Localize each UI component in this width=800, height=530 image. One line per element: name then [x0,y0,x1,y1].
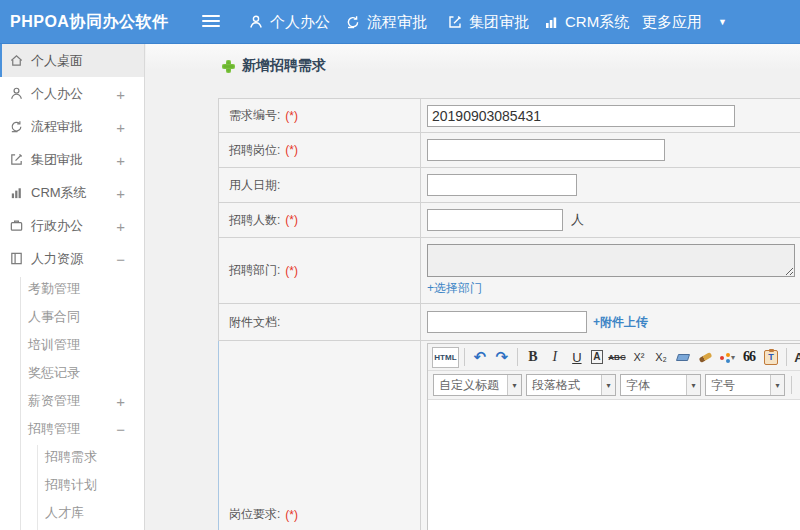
menu-toggle-icon[interactable] [202,15,220,29]
briefcase-icon [9,218,24,233]
book-icon [9,251,24,266]
sidebar-item-admin-office[interactable]: 行政办公 + [0,209,144,242]
topnav-label: CRM系统 [565,13,629,32]
editor-format-painter-button[interactable] [695,347,715,368]
sidebar-item-recruitment-demand[interactable]: 招聘需求 [0,443,144,471]
demand-no-input[interactable] [427,105,735,127]
sidebar-item-workflow-approval[interactable]: 流程审批 + [0,110,144,143]
sidebar-item-reward-punishment[interactable]: 奖惩记录 [0,359,144,387]
editor-border-text-button[interactable]: A [591,350,603,364]
form-row-department: 招聘部门: (*) +选择部门 [219,238,800,304]
sidebar-item-label: 人力资源 [31,250,83,268]
user-icon [9,86,24,101]
editor-paste-text-button[interactable]: T [761,347,781,368]
sidebar-item-label: 流程审批 [31,118,83,136]
sidebar-item-attendance-mgmt[interactable]: 考勤管理 [0,275,144,303]
sidebar-item-human-resources[interactable]: 人力资源 − [0,242,144,275]
topnav-label: 流程审批 [367,13,427,32]
topbar: PHPOA协同办公软件 个人办公 流程审批 集团审批 [0,0,800,44]
user-icon [248,14,264,30]
editor-font-color-button[interactable]: A ▾ [792,347,800,368]
required-mark: (*) [285,508,298,522]
topnav-group-approval[interactable]: 集团审批 [447,0,529,44]
sidebar-item-training-mgmt[interactable]: 培训管理 [0,331,144,359]
recruitment-demand-form: 需求编号: (*) 招聘岗位: (*) 用人日期: [218,98,800,530]
clipboard-icon: T [764,350,778,365]
field-label: 招聘部门: [229,262,280,279]
edit-square-icon [447,14,463,30]
expand-icon[interactable]: + [116,217,125,234]
editor-bold-button[interactable]: B [523,347,543,368]
editor-remove-format-button[interactable] [673,347,693,368]
required-mark: (*) [285,143,298,157]
app-window: PHPOA协同办公软件 个人办公 流程审批 集团审批 [0,0,800,530]
editor-font-family-select[interactable]: 字体 ▾ [620,374,701,396]
editor-paragraph-format-select[interactable]: 段落格式 ▾ [526,374,616,396]
sidebar-recruitment-submenu: 招聘需求 招聘计划 人才库 [0,443,144,527]
editor-redo-button[interactable]: ↷ [492,347,512,368]
eraser-icon [676,354,690,361]
field-label: 需求编号: [229,107,280,124]
sidebar-item-personnel-contract[interactable]: 人事合同 [0,303,144,331]
sidebar-item-talent-pool[interactable]: 人才库 [0,499,144,527]
sidebar-item-label: 招聘计划 [45,476,97,494]
select-department-link[interactable]: +选择部门 [427,280,482,297]
editor-undo-button[interactable]: ↶ [470,347,490,368]
collapse-icon[interactable]: − [116,421,125,438]
headcount-input[interactable] [427,209,563,231]
attachment-input[interactable] [427,311,587,333]
position-input[interactable] [427,139,665,161]
editor-underline-button[interactable]: U [567,347,587,368]
topnav-workflow-approval[interactable]: 流程审批 [345,0,427,44]
department-textarea[interactable] [427,244,795,277]
toolbar-separator [786,348,787,366]
topnav-label: 个人办公 [270,13,330,32]
topnav-label: 集团审批 [469,13,529,32]
sidebar-item-salary-mgmt[interactable]: 薪资管理 + [0,387,144,415]
editor-strikethrough-button[interactable]: ABC [607,347,627,368]
editor-font-size-select[interactable]: 字号 ▾ [705,374,785,396]
editor-blockquote-button[interactable]: 66 [739,347,759,368]
sidebar-item-personal-office[interactable]: 个人办公 + [0,77,144,110]
topnav-crm-system[interactable]: CRM系统 [543,0,629,44]
form-row-demand-no: 需求编号: (*) [219,99,800,133]
expand-icon[interactable]: + [116,393,125,410]
editor-custom-heading-select[interactable]: 自定义标题 ▾ [433,374,522,396]
toolbar-separator [791,376,792,394]
hire-date-input[interactable] [427,174,577,196]
topnav-personal-office[interactable]: 个人办公 [248,0,330,44]
sidebar-item-recruitment-plan[interactable]: 招聘计划 [0,471,144,499]
expand-icon[interactable]: + [116,151,125,168]
chevron-down-icon: ▾ [770,375,784,395]
sidebar-item-label: 人才库 [45,504,84,522]
sidebar-item-label: 奖惩记录 [28,364,80,382]
chevron-down-icon: ▾ [507,375,521,395]
editor-content-area[interactable] [428,400,800,530]
collapse-icon[interactable]: − [116,250,125,267]
editor-highlight-color-button[interactable]: ▾ [717,347,737,368]
sidebar-item-label: 考勤管理 [28,280,80,298]
toolbar-separator [464,348,465,366]
expand-icon[interactable]: + [116,184,125,201]
editor-html-source-button[interactable]: HTML [432,347,459,368]
sidebar-item-label: 薪资管理 [28,392,80,410]
editor-subscript-button[interactable]: X₂ [651,347,671,368]
expand-icon[interactable]: + [116,118,125,135]
caret-down-icon: ▼ [718,17,727,27]
sidebar-item-recruitment-mgmt[interactable]: 招聘管理 − [0,415,144,443]
unit-label: 人 [571,211,584,229]
chevron-down-icon: ▾ [601,375,615,395]
app-logo: PHPOA协同办公软件 [10,0,168,44]
attachment-upload-link[interactable]: +附件上传 [593,314,648,331]
sidebar-item-personal-desktop[interactable]: 个人桌面 [0,44,144,77]
sidebar-item-crm-system[interactable]: CRM系统 + [0,176,144,209]
editor-superscript-button[interactable]: X² [629,347,649,368]
sidebar-item-label: 个人桌面 [31,52,83,70]
page-title-text: 新增招聘需求 [242,57,326,75]
expand-icon[interactable]: + [116,85,125,102]
editor-italic-button[interactable]: I [545,347,565,368]
topnav-more-apps[interactable]: 更多应用 ▼ [642,0,727,44]
sidebar-item-group-approval[interactable]: 集团审批 + [0,143,144,176]
edit-square-icon [9,152,24,167]
palette-icon [719,352,729,363]
